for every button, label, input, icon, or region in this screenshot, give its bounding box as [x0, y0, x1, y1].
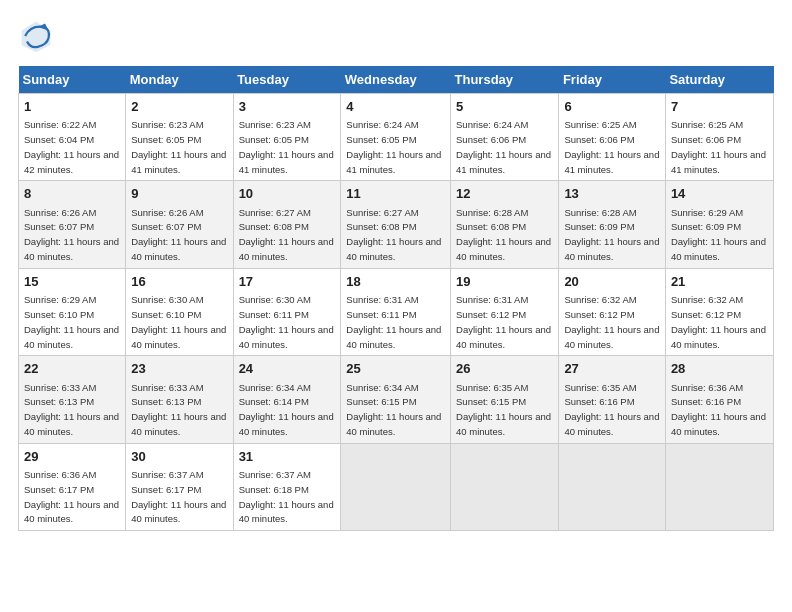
calendar-cell: 16 Sunrise: 6:30 AMSunset: 6:10 PMDaylig… [126, 268, 233, 355]
day-info: Sunrise: 6:35 AMSunset: 6:16 PMDaylight:… [564, 382, 659, 437]
calendar-cell: 19 Sunrise: 6:31 AMSunset: 6:12 PMDaylig… [451, 268, 559, 355]
day-info: Sunrise: 6:33 AMSunset: 6:13 PMDaylight:… [131, 382, 226, 437]
day-number: 9 [131, 185, 227, 203]
day-number: 28 [671, 360, 768, 378]
calendar-cell: 18 Sunrise: 6:31 AMSunset: 6:11 PMDaylig… [341, 268, 451, 355]
day-info: Sunrise: 6:36 AMSunset: 6:17 PMDaylight:… [24, 469, 119, 524]
calendar-cell [451, 443, 559, 530]
day-info: Sunrise: 6:29 AMSunset: 6:10 PMDaylight:… [24, 294, 119, 349]
day-info: Sunrise: 6:24 AMSunset: 6:06 PMDaylight:… [456, 119, 551, 174]
day-info: Sunrise: 6:28 AMSunset: 6:08 PMDaylight:… [456, 207, 551, 262]
day-info: Sunrise: 6:25 AMSunset: 6:06 PMDaylight:… [564, 119, 659, 174]
calendar-cell: 22 Sunrise: 6:33 AMSunset: 6:13 PMDaylig… [19, 356, 126, 443]
calendar-week-row: 1 Sunrise: 6:22 AMSunset: 6:04 PMDayligh… [19, 94, 774, 181]
day-number: 8 [24, 185, 120, 203]
calendar-header-row: SundayMondayTuesdayWednesdayThursdayFrid… [19, 66, 774, 94]
column-header-wednesday: Wednesday [341, 66, 451, 94]
day-number: 22 [24, 360, 120, 378]
calendar-cell: 1 Sunrise: 6:22 AMSunset: 6:04 PMDayligh… [19, 94, 126, 181]
day-number: 15 [24, 273, 120, 291]
day-info: Sunrise: 6:34 AMSunset: 6:15 PMDaylight:… [346, 382, 441, 437]
day-number: 14 [671, 185, 768, 203]
calendar-cell [559, 443, 666, 530]
calendar-cell: 6 Sunrise: 6:25 AMSunset: 6:06 PMDayligh… [559, 94, 666, 181]
day-info: Sunrise: 6:30 AMSunset: 6:11 PMDaylight:… [239, 294, 334, 349]
day-number: 19 [456, 273, 553, 291]
calendar-cell: 2 Sunrise: 6:23 AMSunset: 6:05 PMDayligh… [126, 94, 233, 181]
day-number: 10 [239, 185, 336, 203]
calendar-cell: 9 Sunrise: 6:26 AMSunset: 6:07 PMDayligh… [126, 181, 233, 268]
calendar-cell: 7 Sunrise: 6:25 AMSunset: 6:06 PMDayligh… [665, 94, 773, 181]
day-info: Sunrise: 6:35 AMSunset: 6:15 PMDaylight:… [456, 382, 551, 437]
calendar-cell: 30 Sunrise: 6:37 AMSunset: 6:17 PMDaylig… [126, 443, 233, 530]
day-info: Sunrise: 6:32 AMSunset: 6:12 PMDaylight:… [671, 294, 766, 349]
day-number: 27 [564, 360, 660, 378]
column-header-tuesday: Tuesday [233, 66, 341, 94]
calendar-cell: 3 Sunrise: 6:23 AMSunset: 6:05 PMDayligh… [233, 94, 341, 181]
day-number: 20 [564, 273, 660, 291]
day-number: 25 [346, 360, 445, 378]
day-number: 17 [239, 273, 336, 291]
calendar-week-row: 8 Sunrise: 6:26 AMSunset: 6:07 PMDayligh… [19, 181, 774, 268]
day-number: 23 [131, 360, 227, 378]
calendar-cell: 25 Sunrise: 6:34 AMSunset: 6:15 PMDaylig… [341, 356, 451, 443]
calendar-cell: 17 Sunrise: 6:30 AMSunset: 6:11 PMDaylig… [233, 268, 341, 355]
calendar-cell: 4 Sunrise: 6:24 AMSunset: 6:05 PMDayligh… [341, 94, 451, 181]
calendar-cell: 23 Sunrise: 6:33 AMSunset: 6:13 PMDaylig… [126, 356, 233, 443]
day-number: 30 [131, 448, 227, 466]
day-number: 24 [239, 360, 336, 378]
calendar-cell: 13 Sunrise: 6:28 AMSunset: 6:09 PMDaylig… [559, 181, 666, 268]
day-number: 21 [671, 273, 768, 291]
day-info: Sunrise: 6:30 AMSunset: 6:10 PMDaylight:… [131, 294, 226, 349]
day-info: Sunrise: 6:37 AMSunset: 6:18 PMDaylight:… [239, 469, 334, 524]
day-number: 1 [24, 98, 120, 116]
day-number: 6 [564, 98, 660, 116]
day-info: Sunrise: 6:32 AMSunset: 6:12 PMDaylight:… [564, 294, 659, 349]
day-number: 31 [239, 448, 336, 466]
calendar-week-row: 29 Sunrise: 6:36 AMSunset: 6:17 PMDaylig… [19, 443, 774, 530]
column-header-sunday: Sunday [19, 66, 126, 94]
calendar-cell: 20 Sunrise: 6:32 AMSunset: 6:12 PMDaylig… [559, 268, 666, 355]
day-number: 3 [239, 98, 336, 116]
day-info: Sunrise: 6:27 AMSunset: 6:08 PMDaylight:… [346, 207, 441, 262]
header [18, 18, 774, 54]
calendar-cell: 14 Sunrise: 6:29 AMSunset: 6:09 PMDaylig… [665, 181, 773, 268]
day-info: Sunrise: 6:23 AMSunset: 6:05 PMDaylight:… [131, 119, 226, 174]
day-number: 4 [346, 98, 445, 116]
calendar-cell [341, 443, 451, 530]
logo-icon [18, 18, 54, 54]
day-info: Sunrise: 6:26 AMSunset: 6:07 PMDaylight:… [131, 207, 226, 262]
day-number: 29 [24, 448, 120, 466]
day-number: 5 [456, 98, 553, 116]
column-header-thursday: Thursday [451, 66, 559, 94]
calendar-cell: 12 Sunrise: 6:28 AMSunset: 6:08 PMDaylig… [451, 181, 559, 268]
day-info: Sunrise: 6:36 AMSunset: 6:16 PMDaylight:… [671, 382, 766, 437]
day-info: Sunrise: 6:26 AMSunset: 6:07 PMDaylight:… [24, 207, 119, 262]
calendar-cell: 28 Sunrise: 6:36 AMSunset: 6:16 PMDaylig… [665, 356, 773, 443]
day-number: 7 [671, 98, 768, 116]
day-info: Sunrise: 6:22 AMSunset: 6:04 PMDaylight:… [24, 119, 119, 174]
day-info: Sunrise: 6:25 AMSunset: 6:06 PMDaylight:… [671, 119, 766, 174]
column-header-monday: Monday [126, 66, 233, 94]
day-number: 13 [564, 185, 660, 203]
day-number: 16 [131, 273, 227, 291]
day-number: 18 [346, 273, 445, 291]
day-number: 26 [456, 360, 553, 378]
page-container: SundayMondayTuesdayWednesdayThursdayFrid… [0, 0, 792, 541]
day-info: Sunrise: 6:33 AMSunset: 6:13 PMDaylight:… [24, 382, 119, 437]
calendar-cell: 29 Sunrise: 6:36 AMSunset: 6:17 PMDaylig… [19, 443, 126, 530]
logo [18, 18, 58, 54]
day-info: Sunrise: 6:37 AMSunset: 6:17 PMDaylight:… [131, 469, 226, 524]
column-header-saturday: Saturday [665, 66, 773, 94]
day-number: 11 [346, 185, 445, 203]
day-info: Sunrise: 6:31 AMSunset: 6:11 PMDaylight:… [346, 294, 441, 349]
calendar-cell: 26 Sunrise: 6:35 AMSunset: 6:15 PMDaylig… [451, 356, 559, 443]
calendar-week-row: 22 Sunrise: 6:33 AMSunset: 6:13 PMDaylig… [19, 356, 774, 443]
day-info: Sunrise: 6:28 AMSunset: 6:09 PMDaylight:… [564, 207, 659, 262]
day-number: 2 [131, 98, 227, 116]
column-header-friday: Friday [559, 66, 666, 94]
calendar-cell: 21 Sunrise: 6:32 AMSunset: 6:12 PMDaylig… [665, 268, 773, 355]
calendar-week-row: 15 Sunrise: 6:29 AMSunset: 6:10 PMDaylig… [19, 268, 774, 355]
day-info: Sunrise: 6:34 AMSunset: 6:14 PMDaylight:… [239, 382, 334, 437]
day-number: 12 [456, 185, 553, 203]
